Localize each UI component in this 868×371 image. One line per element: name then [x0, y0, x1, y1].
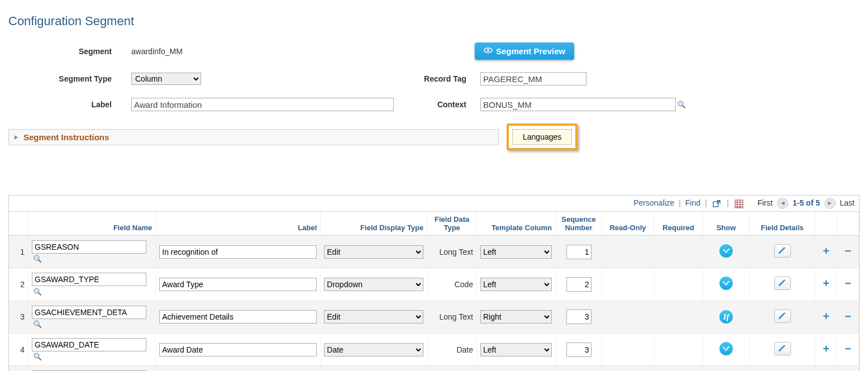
- languages-button[interactable]: Languages: [512, 129, 572, 145]
- template-column-select[interactable]: Right: [480, 310, 552, 324]
- range-text: 1-5 of 5: [793, 198, 820, 207]
- context-input[interactable]: [480, 98, 676, 111]
- segment-preview-button[interactable]: Segment Preview: [475, 42, 574, 60]
- delete-row-button[interactable]: −: [844, 345, 852, 353]
- lookup-icon[interactable]: [677, 100, 686, 109]
- grid-toolbar: Personalize | Find | | First ◄ 1-5 of 5 …: [9, 196, 859, 212]
- label-input[interactable]: [131, 98, 394, 111]
- data-type-cell: Long Text: [427, 301, 477, 333]
- col-data-type: Field Data Type: [427, 212, 477, 236]
- check-icon[interactable]: [719, 342, 733, 355]
- col-required: Required: [654, 212, 703, 236]
- segment-instructions-toggle[interactable]: Segment Instructions: [8, 129, 499, 145]
- field-name-input[interactable]: [32, 273, 146, 286]
- col-label: Label: [156, 212, 321, 236]
- first-link[interactable]: First: [757, 198, 772, 207]
- add-row-button[interactable]: +: [822, 345, 830, 353]
- table-row: 3EditLong TextRightIf+−: [9, 301, 859, 333]
- field-name-input[interactable]: [32, 338, 146, 351]
- collapse-icon: [13, 132, 19, 142]
- required-cell: [654, 366, 703, 371]
- label-label: Label: [8, 100, 131, 109]
- show-cell: [703, 333, 750, 365]
- data-type-cell: Long Text: [427, 236, 477, 268]
- languages-highlight: Languages: [507, 123, 578, 150]
- show-cell: [703, 366, 750, 371]
- row-number: 3: [9, 301, 28, 333]
- form-area: Segment awardinfo_MM Segment Preview Seg…: [8, 42, 860, 150]
- delete-row-button[interactable]: −: [844, 279, 852, 287]
- display-type-select[interactable]: Edit: [324, 245, 423, 259]
- template-column-select[interactable]: Left: [480, 343, 552, 356]
- prev-icon[interactable]: ◄: [777, 198, 788, 209]
- display-type-select[interactable]: Edit: [324, 310, 423, 324]
- col-field-details: Field Details: [750, 212, 815, 236]
- lookup-icon[interactable]: [33, 254, 42, 263]
- field-details-button[interactable]: [774, 244, 791, 258]
- delete-row-button[interactable]: −: [844, 247, 852, 255]
- table-row: 4DateDateLeft+−: [9, 333, 859, 365]
- col-seq: Sequence Number: [556, 212, 602, 236]
- segment-type-label: Segment Type: [8, 74, 131, 83]
- label-input[interactable]: [159, 278, 317, 291]
- label-input[interactable]: [159, 310, 317, 324]
- segment-label: Segment: [8, 47, 131, 56]
- required-cell: [654, 268, 703, 301]
- col-readonly: Read-Only: [602, 212, 654, 236]
- segment-preview-label: Segment Preview: [496, 46, 565, 56]
- col-field-name: Field Name: [28, 212, 156, 236]
- check-icon[interactable]: [719, 244, 733, 258]
- delete-row-button[interactable]: −: [844, 312, 852, 320]
- table-row: 2DropdownCodeLeft+−: [9, 268, 859, 301]
- sequence-input[interactable]: [566, 277, 592, 292]
- field-name-input[interactable]: [32, 240, 146, 254]
- last-link[interactable]: Last: [840, 198, 855, 207]
- label-input[interactable]: [159, 343, 317, 356]
- col-show: Show: [703, 212, 750, 236]
- label-input[interactable]: [159, 245, 317, 259]
- row-number: 5: [9, 366, 28, 371]
- show-cell: If: [703, 301, 750, 333]
- required-cell: [654, 301, 703, 333]
- row-number: 4: [9, 333, 28, 365]
- required-cell: [654, 333, 703, 365]
- add-row-button[interactable]: +: [822, 279, 830, 287]
- data-type-cell: Medium Text: [427, 366, 477, 371]
- personalize-link[interactable]: Personalize: [633, 198, 674, 207]
- template-column-select[interactable]: Left: [480, 278, 552, 291]
- grid: Personalize | Find | | First ◄ 1-5 of 5 …: [8, 195, 860, 371]
- add-row-button[interactable]: +: [822, 312, 830, 320]
- table-row: 1EditLong TextLeft+−: [9, 236, 859, 268]
- field-details-button[interactable]: [774, 342, 791, 355]
- required-cell: [654, 236, 703, 268]
- readonly-cell: [602, 268, 654, 301]
- readonly-cell: [602, 301, 654, 333]
- find-link[interactable]: Find: [685, 198, 700, 207]
- sequence-input[interactable]: [566, 245, 592, 259]
- context-label: Context: [399, 100, 480, 109]
- field-details-button[interactable]: [774, 310, 791, 323]
- popout-icon[interactable]: [712, 198, 721, 208]
- record-tag-input[interactable]: [480, 72, 586, 85]
- segment-value: awardinfo_MM: [131, 47, 475, 56]
- field-details-button[interactable]: [774, 277, 791, 290]
- check-icon[interactable]: [719, 277, 733, 290]
- lookup-icon[interactable]: [33, 320, 42, 329]
- row-number: 1: [9, 236, 28, 268]
- display-type-select[interactable]: Dropdown: [324, 278, 423, 291]
- col-display-type: Field Display Type: [321, 212, 427, 236]
- add-row-button[interactable]: +: [822, 247, 830, 255]
- template-column-select[interactable]: Left: [480, 245, 552, 259]
- page-title: Configuration Segment: [8, 14, 860, 28]
- lookup-icon[interactable]: [33, 287, 42, 296]
- display-type-select[interactable]: Date: [324, 343, 423, 356]
- if-icon[interactable]: If: [719, 310, 733, 324]
- sequence-input[interactable]: [566, 310, 592, 324]
- grid-view-icon[interactable]: [735, 198, 743, 208]
- field-name-input[interactable]: [32, 306, 146, 319]
- segment-type-select[interactable]: Column: [131, 73, 201, 85]
- sequence-input[interactable]: [566, 343, 592, 357]
- lookup-icon[interactable]: [33, 352, 42, 361]
- show-cell: [703, 236, 750, 268]
- next-icon[interactable]: ►: [824, 198, 836, 209]
